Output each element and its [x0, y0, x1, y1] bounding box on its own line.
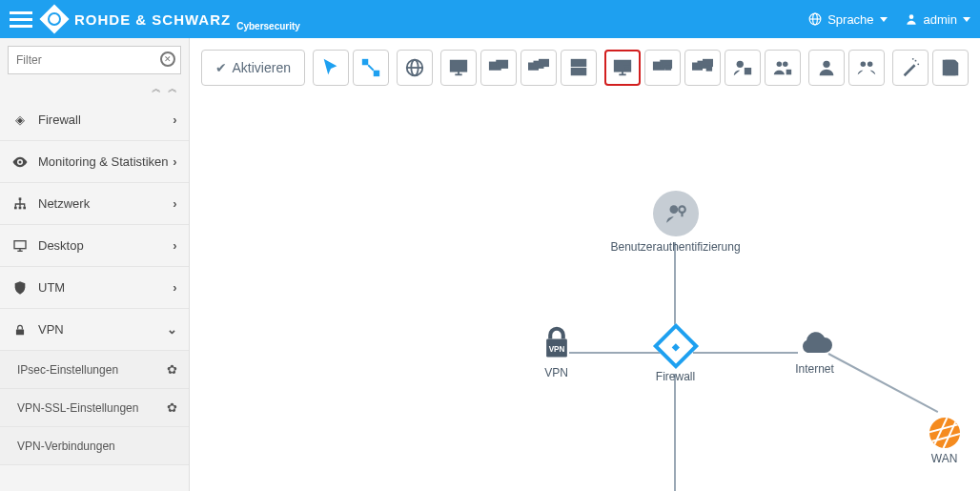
- tool-vpnhost-button[interactable]: [604, 50, 641, 86]
- network-icon: [11, 195, 29, 213]
- filter-input[interactable]: [8, 46, 181, 74]
- svg-rect-19: [451, 61, 467, 72]
- svg-text:VPN: VPN: [548, 345, 564, 354]
- sidebar-item-label: Monitoring & Statistiken: [38, 154, 173, 169]
- activate-label: Aktivieren: [233, 60, 291, 75]
- clear-filter-icon[interactable]: ✕: [160, 51, 175, 67]
- svg-rect-41: [745, 68, 751, 74]
- tool-vpnhosts3-button[interactable]: [684, 50, 721, 86]
- cloud-icon: [786, 332, 844, 358]
- users-lock-icon: [772, 57, 793, 78]
- node-label: WAN: [924, 452, 966, 465]
- desktop-icon: [11, 237, 29, 255]
- node-label: Benutzerauthentifizierung: [609, 240, 743, 254]
- sidebar-sub-vpnconn[interactable]: VPN-Verbindungen: [0, 427, 189, 465]
- sidebar-item-monitoring[interactable]: Monitoring & Statistiken ›: [0, 141, 189, 183]
- tool-globe-button[interactable]: [397, 50, 433, 86]
- svg-rect-23: [497, 61, 507, 68]
- language-label: Sprache: [827, 12, 873, 27]
- brand-subtext: Cybersecurity: [236, 21, 300, 31]
- sidebar-item-utm[interactable]: UTM ›: [0, 267, 189, 309]
- tool-host-button[interactable]: [440, 50, 477, 86]
- svg-rect-44: [786, 70, 792, 75]
- tool-hosts2-button[interactable]: [480, 50, 517, 86]
- firewall-diamond-icon: ◆: [647, 330, 704, 362]
- shield-icon: [11, 279, 29, 297]
- brand-mark-icon: [39, 4, 69, 33]
- svg-rect-27: [572, 60, 586, 66]
- tool-wand-button[interactable]: [892, 50, 929, 86]
- svg-point-40: [737, 61, 744, 68]
- node-internet[interactable]: Internet: [786, 332, 844, 376]
- tool-pointer-button[interactable]: [313, 50, 349, 86]
- svg-rect-51: [946, 61, 952, 66]
- user-menu[interactable]: admin: [905, 12, 970, 27]
- sub-item-label: VPN-SSL-Einstellungen: [17, 401, 167, 415]
- tool-connect-button[interactable]: [353, 50, 389, 86]
- globe-icon: [404, 57, 425, 78]
- gear-icon: ✿: [167, 400, 177, 415]
- tool-user-button[interactable]: [808, 50, 845, 86]
- svg-rect-13: [362, 59, 368, 65]
- tool-hosts4-button[interactable]: [561, 50, 597, 86]
- globe-icon: [808, 12, 822, 26]
- tool-vpnhosts2-button[interactable]: [644, 50, 681, 86]
- sidebar-item-desktop[interactable]: Desktop ›: [0, 225, 189, 267]
- edge-firewall-intranet: [674, 374, 676, 491]
- node-label: Firewall: [647, 370, 704, 383]
- top-header: ROHDE & SCHWARZ Cybersecurity Sprache ad…: [0, 0, 980, 38]
- diamond-icon: ◈: [11, 112, 29, 129]
- brand-text: ROHDE & SCHWARZ: [74, 11, 231, 28]
- node-auth[interactable]: Benutzerauthentifizierung: [609, 191, 743, 254]
- user-icon: [905, 12, 918, 26]
- svg-point-42: [777, 62, 783, 68]
- svg-point-4: [19, 160, 22, 163]
- tool-hosts3-button[interactable]: [521, 50, 557, 86]
- sidebar-item-vpn[interactable]: VPN ⌄: [0, 309, 189, 351]
- svg-point-3: [909, 14, 913, 19]
- svg-rect-32: [624, 66, 630, 71]
- three-monitors-lock-icon: [692, 57, 713, 78]
- tool-userlock-button[interactable]: [725, 50, 761, 86]
- tool-userslock-button[interactable]: [765, 50, 801, 86]
- collapse-all[interactable]: ︽ ︽: [0, 82, 189, 99]
- sub-item-label: VPN-Verbindungen: [17, 440, 177, 453]
- svg-rect-28: [572, 69, 586, 74]
- tool-save-button[interactable]: [932, 50, 969, 86]
- chevron-right-icon: ›: [173, 238, 176, 253]
- network-canvas[interactable]: Benutzerauthentifizierung VPN VPN ◆ Fire…: [190, 97, 980, 491]
- tool-users-button[interactable]: [848, 50, 885, 86]
- user-label: admin: [924, 12, 957, 27]
- two-monitors-icon: [488, 57, 509, 78]
- sidebar-sub-vpnssl[interactable]: VPN-SSL-Einstellungen ✿: [0, 389, 189, 427]
- chevron-right-icon: ›: [173, 196, 176, 211]
- svg-rect-8: [23, 206, 26, 209]
- gear-icon: ✿: [167, 362, 177, 377]
- svg-point-46: [861, 62, 867, 68]
- svg-line-15: [368, 65, 374, 71]
- node-wan[interactable]: WAN: [924, 418, 966, 465]
- save-icon: [940, 57, 961, 78]
- sidebar-item-network[interactable]: Netzwerk ›: [0, 183, 189, 225]
- sidebar-item-firewall[interactable]: ◈ Firewall ›: [0, 99, 189, 141]
- svg-rect-52: [946, 69, 954, 74]
- activate-button[interactable]: ✔ Aktivieren: [201, 50, 305, 86]
- svg-point-43: [783, 62, 788, 68]
- toolbar: ✔ Aktivieren: [190, 38, 980, 97]
- people-icon: [856, 57, 877, 78]
- svg-point-50: [912, 58, 914, 60]
- stacked-monitors-icon: [568, 57, 589, 78]
- brand-logo: ROHDE & SCHWARZ Cybersecurity: [44, 8, 300, 31]
- language-selector[interactable]: Sprache: [808, 12, 887, 27]
- sidebar-sub-ipsec[interactable]: IPsec-Einstellungen ✿: [0, 351, 189, 389]
- main-area: ✔ Aktivieren: [190, 38, 980, 491]
- node-label: Internet: [786, 362, 844, 376]
- node-vpn[interactable]: VPN VPN: [528, 326, 585, 379]
- edge-internet-wan: [827, 353, 938, 413]
- chevron-down-icon: ⌄: [167, 322, 177, 337]
- wan-icon: [924, 418, 966, 448]
- sidebar: ✕ ︽ ︽ ◈ Firewall › Monitoring & Statisti…: [0, 38, 190, 491]
- sidebar-item-label: VPN: [38, 322, 167, 337]
- menu-toggle[interactable]: [10, 8, 32, 31]
- node-firewall[interactable]: ◆ Firewall: [647, 330, 704, 383]
